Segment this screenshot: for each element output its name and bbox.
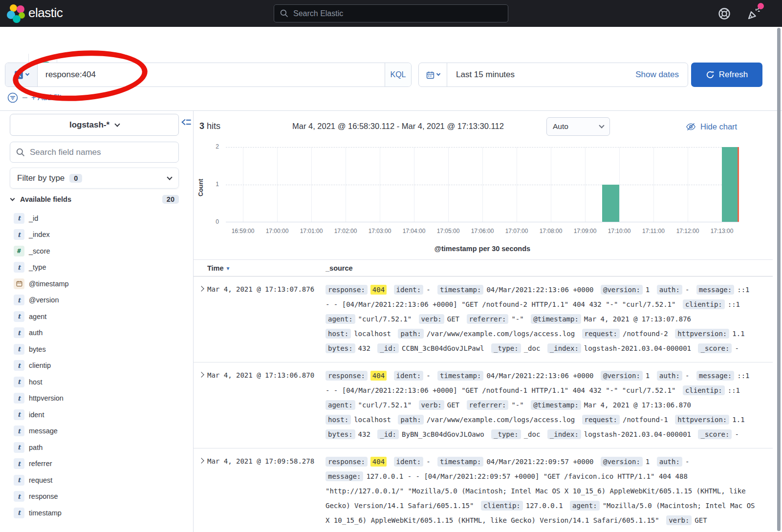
- x-axis-tick-label: 17:09:00: [568, 228, 602, 234]
- field-item-httpversion[interactable]: thttpversion: [0, 390, 194, 407]
- source-field-name: message:: [696, 371, 734, 381]
- query-language-button[interactable]: KQL: [385, 63, 411, 86]
- elastic-logo-icon[interactable]: [7, 4, 25, 23]
- source-field-name: _type:: [491, 343, 521, 353]
- field-item-referrer[interactable]: treferrer: [0, 456, 194, 472]
- source-field-name: bytes:: [326, 343, 355, 353]
- interval-select[interactable]: Auto: [546, 117, 610, 136]
- brand-name: elastic: [28, 5, 63, 21]
- hide-chart-button[interactable]: Hide chart: [686, 122, 737, 132]
- chevron-down-icon: [114, 121, 120, 127]
- refresh-button[interactable]: Refresh: [691, 63, 762, 87]
- source-field-value: 432: [358, 344, 370, 352]
- hits-count: 3: [199, 121, 204, 131]
- field-name: bytes: [29, 345, 46, 353]
- field-type-string-icon: t: [14, 393, 24, 404]
- table-row: Mar 4, 2021 @ 17:13:07.876response:404 i…: [194, 277, 773, 362]
- source-field-value: -: [426, 458, 430, 466]
- field-item-version[interactable]: t@version: [0, 292, 194, 309]
- source-field-name: httpversion:: [675, 329, 729, 339]
- source-field-value: "curl/7.52.1": [358, 315, 412, 323]
- field-item-message[interactable]: tmessage: [0, 423, 194, 440]
- time-column-header[interactable]: Time▼: [207, 264, 326, 272]
- table-row: Mar 4, 2021 @ 17:13:06.870response:404 i…: [194, 362, 773, 448]
- source-field-value: /notfound-2: [623, 330, 668, 338]
- source-field-value: Mar 4, 2021 @ 17:13:07.876: [584, 315, 691, 323]
- expand-row-icon[interactable]: [198, 372, 204, 377]
- source-field-value: GET: [447, 401, 459, 409]
- source-field-name: agent:: [570, 501, 600, 511]
- source-field-name: referrer:: [467, 400, 509, 410]
- x-axis-tick-label: 17:00:00: [260, 228, 294, 234]
- row-source: response:404 ident:- timestamp:04/Mar/20…: [326, 282, 773, 356]
- source-field-name: response:: [326, 285, 368, 295]
- query-input[interactable]: response:404: [38, 70, 385, 80]
- field-item-path[interactable]: tpath: [0, 439, 194, 456]
- field-item-score[interactable]: #_score: [0, 243, 194, 259]
- vertical-scrollbar[interactable]: [777, 28, 781, 531]
- field-name: request: [29, 476, 52, 484]
- source-field-value: 127.0.0.1: [526, 502, 563, 510]
- expand-cell: [194, 368, 207, 442]
- x-axis-tick-label: 17:11:00: [636, 228, 671, 234]
- y-axis-title: Count: [197, 176, 204, 199]
- source-field-name: ident:: [394, 371, 424, 381]
- field-item-auth[interactable]: tauth: [0, 325, 194, 341]
- field-item-agent[interactable]: tagent: [0, 308, 194, 325]
- source-field-value: logstash-2021.03.04-000001: [584, 430, 691, 438]
- source-field-name: ident:: [394, 457, 424, 467]
- source-field-value: CCBN_3cB04dGovJLPawl: [402, 344, 484, 352]
- field-item-type[interactable]: t_type: [0, 259, 194, 276]
- filter-by-type-select[interactable]: Filter by type 0: [10, 168, 179, 189]
- field-search-input[interactable]: Search field names: [10, 142, 179, 163]
- histogram-bar[interactable]: [722, 147, 739, 222]
- source-field-value: 1.1: [732, 330, 744, 338]
- field-item-response[interactable]: tresponse: [0, 489, 194, 505]
- show-dates-button[interactable]: Show dates: [635, 70, 688, 80]
- field-item-request[interactable]: trequest: [0, 472, 194, 489]
- source-field-name: auth:: [657, 371, 682, 381]
- chevron-down-icon: [599, 123, 604, 128]
- field-item-timestamp[interactable]: ttimestamp: [0, 505, 194, 521]
- help-icon[interactable]: [717, 7, 731, 21]
- available-fields-accordion[interactable]: Available fields 20: [11, 195, 179, 204]
- filter-bar: + Add filter: [7, 92, 68, 104]
- field-item-id[interactable]: t_id: [0, 210, 194, 227]
- source-field-name: timestamp:: [437, 285, 483, 295]
- field-item-index[interactable]: t_index: [0, 227, 194, 243]
- sort-descending-icon: ▼: [226, 266, 231, 271]
- source-field-name: _score:: [698, 343, 732, 353]
- query-bar[interactable]: response:404 KQL: [5, 63, 412, 87]
- expand-row-icon[interactable]: [198, 286, 204, 291]
- eye-slash-icon: [686, 122, 696, 132]
- expand-row-icon[interactable]: [198, 458, 204, 463]
- field-name: httpversion: [29, 394, 64, 402]
- field-name: _type: [29, 263, 46, 271]
- field-name: @version: [29, 296, 59, 304]
- saved-query-menu-button[interactable]: [5, 63, 38, 86]
- global-search-input[interactable]: Search Elastic: [274, 4, 508, 22]
- field-item-bytes[interactable]: tbytes: [0, 341, 194, 358]
- source-field-value: -: [685, 372, 689, 380]
- add-filter-button[interactable]: + Add filter: [31, 93, 68, 102]
- available-fields-count-badge: 20: [162, 195, 179, 204]
- global-header: elastic Search Elastic: [0, 0, 782, 27]
- filter-icon[interactable]: [7, 92, 19, 104]
- histogram-bar[interactable]: [602, 185, 619, 222]
- x-axis-tick-label: 17:06:00: [465, 228, 500, 234]
- source-field-value: -: [426, 286, 430, 294]
- index-pattern-select[interactable]: logstash-*: [10, 114, 179, 136]
- field-item-clientip[interactable]: tclientip: [0, 358, 194, 374]
- collapse-sidebar-icon[interactable]: [181, 117, 192, 128]
- source-field-value: -: [735, 430, 739, 438]
- field-item-ident[interactable]: tident: [0, 406, 194, 423]
- field-type-string-icon: t: [14, 458, 24, 469]
- calendar-icon: [426, 71, 434, 79]
- chart-time-range: Mar 4, 2021 @ 16:58:30.112 - Mar 4, 2021…: [292, 122, 504, 131]
- source-field-name: response:: [326, 371, 368, 381]
- field-item-timestamp[interactable]: @timestamp: [0, 276, 194, 292]
- field-type-string-icon: t: [14, 311, 24, 322]
- date-quick-select-button[interactable]: [419, 63, 447, 86]
- field-item-host[interactable]: thost: [0, 374, 194, 390]
- time-range-button[interactable]: Last 15 minutes: [447, 70, 515, 80]
